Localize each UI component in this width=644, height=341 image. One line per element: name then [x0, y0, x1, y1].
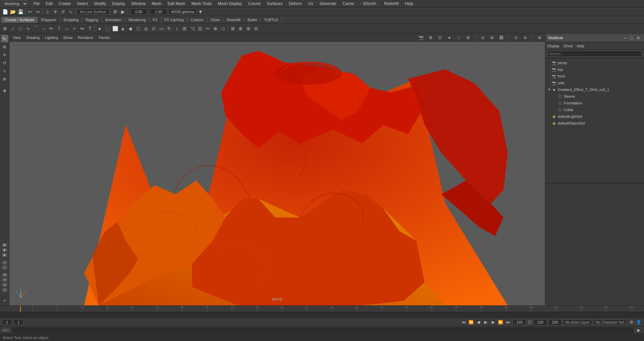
tree-item-sleeve[interactable]: ⬡ Sleeve — [545, 93, 644, 100]
last-tool-btn[interactable]: ⊛ — [1, 75, 8, 83]
rotate-icon[interactable]: ↺ — [59, 8, 67, 15]
panel-btn2[interactable]: ▣ — [2, 248, 8, 252]
menu-surfaces[interactable]: Surfaces — [264, 1, 285, 7]
tree-expand-gradient[interactable]: ▼ — [547, 88, 551, 92]
tab-animation[interactable]: Animation — [102, 17, 125, 23]
paint-select-btn[interactable]: ⊕ — [1, 43, 8, 50]
tab-bullet[interactable]: Bullet — [244, 17, 261, 23]
tab-redshift[interactable]: Redshift — [224, 17, 244, 23]
tool-offset[interactable]: ⊟ — [196, 25, 204, 32]
tab-sculpting[interactable]: Sculpting — [60, 17, 82, 23]
select-tool-icon[interactable]: ⊹ — [44, 8, 51, 15]
character-icon[interactable]: 👤 — [635, 319, 642, 326]
isolate-select-icon[interactable]: ◎ — [479, 34, 486, 41]
tool-text[interactable]: T — [86, 25, 94, 32]
tool-select[interactable]: ⊕ — [1, 25, 9, 32]
outliner-close-btn[interactable]: ✕ — [635, 35, 641, 41]
menu-curves[interactable]: Curves — [245, 1, 263, 7]
tree-item-objectset[interactable]: ◉ defaultObjectSet — [545, 120, 644, 127]
tree-item-persp[interactable]: 📷 persp — [545, 59, 644, 66]
panel-btn7[interactable]: ⊟ — [2, 278, 8, 282]
tool-square[interactable]: □ — [17, 25, 24, 32]
tool-sphere[interactable]: ● — [96, 25, 103, 32]
outliner-maximize-btn[interactable]: □ — [629, 35, 634, 41]
live-surface-toggle[interactable]: No Live Surface — [77, 9, 109, 14]
viewport-snap2-icon[interactable]: ⊘ — [522, 34, 529, 41]
menu-file[interactable]: File — [31, 1, 42, 7]
tree-expand-sleeve[interactable] — [553, 94, 557, 98]
tree-expand-collar[interactable] — [553, 108, 557, 112]
tab-fx-caching[interactable]: FX Caching — [161, 17, 187, 23]
tool-warp[interactable]: ⊗ — [245, 25, 252, 32]
tool-cylinder[interactable]: ⬜ — [111, 25, 119, 32]
panel-btn8[interactable]: ⊕ — [2, 283, 8, 287]
viewport-menu-panels[interactable]: Panels — [97, 35, 111, 40]
tree-expand-side[interactable] — [547, 81, 551, 85]
panel-btn9[interactable]: ⊘ — [2, 288, 8, 292]
tree-item-lightset[interactable]: ◉ defaultLightSet — [545, 113, 644, 120]
play-fwd-btn[interactable]: ▶ — [483, 319, 489, 326]
tree-expand-persp[interactable] — [547, 61, 551, 65]
outliner-menu-show[interactable]: Show — [563, 44, 573, 48]
tree-expand-lightset[interactable] — [547, 114, 551, 118]
viewport-menu-shading[interactable]: Shading — [25, 35, 41, 40]
mode-dropdown[interactable]: Modeling Rigging Animation — [1, 1, 28, 7]
tab-rendering[interactable]: Rendering — [125, 17, 149, 23]
tool-extrude[interactable]: ⊞ — [181, 25, 188, 32]
viewport-menu-renderer[interactable]: Renderer — [77, 35, 95, 40]
panel-btn4[interactable]: ≡ — [2, 260, 8, 265]
new-file-icon[interactable]: 📄 — [1, 8, 9, 15]
viewport-snap1-icon[interactable]: ⊙ — [512, 34, 519, 41]
panel-btn1[interactable]: ▣ — [2, 243, 8, 247]
tool-move[interactable]: ⊞ — [229, 25, 237, 32]
tool-arc[interactable]: ⌓ — [63, 25, 70, 32]
menu-edit-mesh[interactable]: Edit Mesh — [165, 1, 188, 7]
open-file-icon[interactable]: 📂 — [9, 8, 16, 15]
prev-frame-btn[interactable]: ◀ — [475, 319, 482, 326]
tool-nurbs[interactable]: ◎ — [142, 25, 150, 32]
tree-item-collar[interactable]: ⬡ Collar — [545, 106, 644, 113]
value-input1[interactable]: 0.00 — [130, 9, 147, 15]
gamma-settings-icon[interactable]: ▼ — [197, 8, 204, 15]
tool-curve3[interactable]: ⌣ — [40, 25, 47, 32]
anim-end-display[interactable] — [534, 319, 547, 325]
tool-pen[interactable]: ✏ — [48, 25, 55, 32]
scale-icon[interactable]: ⤡ — [67, 8, 75, 15]
tree-expand-foundation[interactable] — [553, 101, 557, 105]
soft-select-btn[interactable]: ◈ — [1, 87, 8, 94]
cam-select-icon[interactable]: 📷 — [418, 34, 425, 41]
viewport-menu-lighting[interactable]: Lighting — [44, 35, 59, 40]
menu-edit[interactable]: Edit — [43, 1, 55, 7]
gamma-display[interactable]: sRGB gamma — [168, 9, 196, 14]
eval-mode-icon[interactable]: ⊗ — [536, 34, 543, 41]
outliner-search-input[interactable] — [547, 51, 642, 57]
menu-mesh-tools[interactable]: Mesh Tools — [189, 1, 214, 7]
tree-item-foundation[interactable]: ⬡ Foundation — [545, 100, 644, 106]
tab-xgen[interactable]: XGen — [207, 17, 224, 23]
tool-circle[interactable]: ○ — [9, 25, 16, 32]
menu-deform[interactable]: Deform — [286, 1, 304, 7]
smooth-icon[interactable]: ● — [446, 34, 453, 41]
tab-fx[interactable]: FX — [149, 17, 161, 23]
step-fwd-btn[interactable]: ⏩ — [497, 319, 504, 326]
tab-turtle[interactable]: TURTLE — [260, 17, 282, 23]
timeline-ruler[interactable]: 1510152025303540455055606570758085909510… — [0, 306, 644, 312]
save-file-icon[interactable]: 💾 — [17, 8, 24, 15]
move-tool-btn[interactable]: ✛ — [1, 51, 8, 58]
tool-torus[interactable]: ⊙ — [150, 25, 157, 32]
viewport[interactable]: persp Z X Y — [9, 42, 545, 305]
tab-polygons[interactable]: Polygons — [38, 17, 60, 23]
tool-revolve[interactable]: ↻ — [165, 25, 173, 32]
value-input2[interactable]: 1.00 — [150, 9, 167, 15]
render-settings-icon[interactable]: ⚙ — [111, 8, 119, 15]
start-frame-input[interactable]: 1 — [2, 319, 12, 325]
tool-plane[interactable]: ▭ — [158, 25, 165, 32]
plus-btn[interactable]: + — [1, 297, 8, 304]
mel-execute-btn[interactable]: ▶ — [635, 327, 642, 334]
tree-item-side[interactable]: 📷 side — [545, 80, 644, 86]
outliner-menu-display[interactable]: Display — [547, 44, 559, 48]
outliner-menu-help[interactable]: Help — [577, 44, 585, 48]
viewport-menu-view[interactable]: View — [11, 35, 22, 40]
tool-stitch[interactable]: ⊗ — [212, 25, 219, 32]
grid-icon[interactable]: ⊞ — [465, 34, 472, 41]
